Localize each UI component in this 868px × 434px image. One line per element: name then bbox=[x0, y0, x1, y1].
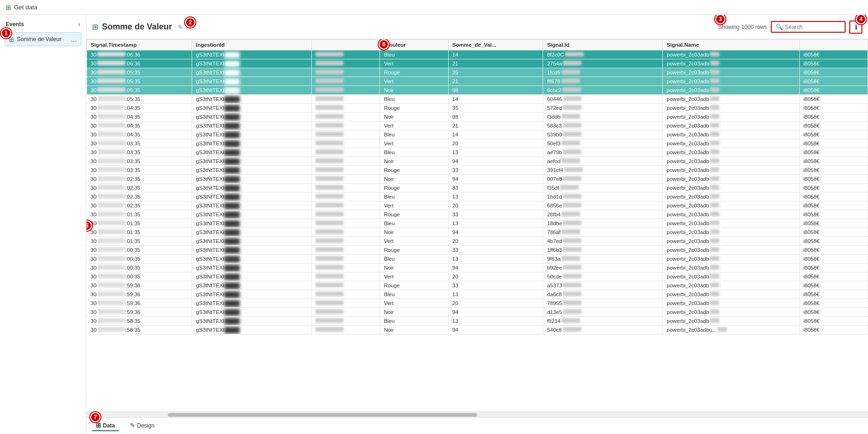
table-row: 30:59:36 gS3tNtTEXI████ Vert 20 78955 po… bbox=[87, 299, 868, 308]
cell-ingestion: gS3tNtTEXI████ bbox=[192, 130, 312, 139]
table-row: 30:04:35 gS3tNtTEXI████ Vert 21 583c3 po… bbox=[87, 121, 868, 130]
cell-last: i8058€ bbox=[799, 59, 868, 68]
col-signal-id[interactable]: Signal.Id bbox=[543, 40, 663, 50]
cell-signal-name: powerbi_2c03adb bbox=[663, 299, 799, 308]
cell-timestamp: 30:04:35 bbox=[87, 130, 192, 139]
sidebar-collapse-button[interactable]: ‹ bbox=[78, 21, 80, 28]
cell-couleur: Vert bbox=[380, 121, 448, 130]
annotation-badge-3: 3 bbox=[715, 15, 725, 24]
cell-signal-name: powerbi_2c03adb bbox=[663, 139, 799, 148]
annotation-badge-1: 1 bbox=[1, 28, 11, 38]
cell-blurred1 bbox=[312, 148, 380, 157]
cell-valeur: 98 bbox=[448, 113, 543, 121]
cell-ingestion: gS3tNtTEXI████ bbox=[192, 308, 312, 317]
cell-ingestion: gS3tNtTEXI████ bbox=[192, 68, 312, 77]
cell-couleur: Vert bbox=[380, 237, 448, 246]
table-row: 30:06:36 gS3tNtTEXI████ Bleu 14 8f2c0C p… bbox=[87, 50, 868, 59]
tab-design[interactable]: ✎ Design bbox=[126, 420, 158, 431]
sidebar-title: Events bbox=[6, 21, 24, 28]
search-input[interactable] bbox=[785, 24, 841, 30]
cell-couleur: Bleu bbox=[380, 290, 448, 299]
edit-title-button[interactable]: ✎ bbox=[178, 23, 183, 31]
cell-ingestion: gS3tNtTEXI████ bbox=[192, 317, 312, 326]
cell-last: i8058€ bbox=[799, 184, 868, 192]
cell-signal-name: powerbi_2c03adb bbox=[663, 237, 799, 246]
cell-signal-id: f9214 bbox=[543, 317, 663, 326]
cell-signal-name: powerbi_2c03adb bbox=[663, 95, 799, 104]
cell-timestamp: 30:03:35 bbox=[87, 148, 192, 157]
cell-ingestion: gS3tNtTEXI████ bbox=[192, 148, 312, 157]
cell-ingestion: gS3tNtTEXI████ bbox=[192, 263, 312, 272]
cell-ingestion: gS3tNtTEXI████ bbox=[192, 237, 312, 246]
cell-signal-id: 539b0 bbox=[543, 130, 663, 139]
cell-ingestion: gS3tNtTEXI████ bbox=[192, 246, 312, 255]
cell-ingestion: gS3tNtTEXI████ bbox=[192, 86, 312, 95]
cell-signal-name: powerbi_2c03adb bbox=[663, 121, 799, 130]
cell-valeur: 21 bbox=[448, 77, 543, 86]
annotation-badge-4: 4 bbox=[856, 15, 866, 24]
cell-ingestion: gS3tNtTEXI████ bbox=[192, 166, 312, 175]
cell-ingestion: gS3tNtTEXI████ bbox=[192, 299, 312, 308]
col-signal-timestamp[interactable]: Signal.Timestamp bbox=[87, 40, 192, 50]
cell-valeur: 94 bbox=[448, 157, 543, 166]
cell-signal-id: 9f63a bbox=[543, 255, 663, 263]
cell-signal-name: powerbi_2c03adb bbox=[663, 210, 799, 219]
cell-blurred1 bbox=[312, 272, 380, 281]
cell-last: i8058€ bbox=[799, 308, 868, 317]
cell-signal-name: powerbi_2c03adb bbox=[663, 246, 799, 255]
cell-signal-id: 1fcd5 bbox=[543, 68, 663, 77]
sidebar-item-menu-button[interactable]: … bbox=[71, 36, 77, 43]
cell-signal-name: powerbi_2c03adb bbox=[663, 148, 799, 157]
cell-timestamp: 30:02:35 bbox=[87, 184, 192, 192]
search-box[interactable]: 🔍 bbox=[771, 21, 846, 33]
col-couleur[interactable]: 6 Couleur bbox=[380, 40, 448, 50]
cell-timestamp: 30:00:35 bbox=[87, 263, 192, 272]
cell-couleur: Noir bbox=[380, 157, 448, 166]
cell-signal-name: powerbi_2c03adb bbox=[663, 192, 799, 201]
cell-ingestion: gS3tNtTEXI████ bbox=[192, 201, 312, 210]
cell-signal-name: powerbi_2c03adb bbox=[663, 68, 799, 77]
col-somme-val[interactable]: Somme_de_Val... bbox=[448, 40, 543, 50]
cell-signal-name: powerbi_2c03adb bbox=[663, 317, 799, 326]
cell-timestamp: 30:04:35 bbox=[87, 121, 192, 130]
cell-blurred1 bbox=[312, 130, 380, 139]
cell-blurred1 bbox=[312, 104, 380, 113]
cell-last: i8058€ bbox=[799, 121, 868, 130]
cell-couleur: Noir bbox=[380, 86, 448, 95]
cell-last: i8058€ bbox=[799, 113, 868, 121]
cell-signal-name: powerbi_2c03adb bbox=[663, 113, 799, 121]
cell-valeur: 14 bbox=[448, 50, 543, 59]
cell-couleur: Vert bbox=[380, 299, 448, 308]
cell-blurred1 bbox=[312, 139, 380, 148]
col-blurred-1[interactable] bbox=[312, 40, 380, 50]
cell-last: i8058€ bbox=[799, 299, 868, 308]
cell-blurred1 bbox=[312, 184, 380, 192]
cell-valeur: 21 bbox=[448, 59, 543, 68]
cell-couleur: Vert bbox=[380, 272, 448, 281]
col-signal-name[interactable]: Signal.Name bbox=[663, 40, 799, 50]
annotation-badge-7: 7 bbox=[90, 412, 100, 422]
cell-valeur: 13 bbox=[448, 255, 543, 263]
cell-last: i8058€ bbox=[799, 130, 868, 139]
cell-couleur: Noir bbox=[380, 113, 448, 121]
sidebar-item-somme-de-valeur[interactable]: ⊞ Somme de Valeur … bbox=[5, 32, 81, 46]
content-title: Somme de Valeur bbox=[102, 22, 172, 32]
cell-blurred1 bbox=[312, 317, 380, 326]
col-ingestion-id[interactable]: IngestionId bbox=[192, 40, 312, 50]
cell-couleur: Rouge bbox=[380, 184, 448, 192]
cell-valeur: 14 bbox=[448, 95, 543, 104]
cell-last: i8058€ bbox=[799, 157, 868, 166]
cell-couleur: Vert bbox=[380, 77, 448, 86]
cell-blurred1 bbox=[312, 166, 380, 175]
cell-blurred1 bbox=[312, 290, 380, 299]
cell-last: i8058€ bbox=[799, 246, 868, 255]
col-last[interactable] bbox=[799, 40, 868, 50]
table-container[interactable]: 5 Signal.Timestamp IngestionId 6 Coule bbox=[86, 39, 868, 412]
cell-blurred1 bbox=[312, 228, 380, 237]
cell-ingestion: gS3tNtTEXI████ bbox=[192, 50, 312, 59]
cell-signal-id: 391cf4 bbox=[543, 166, 663, 175]
content-table-icon: ⊞ bbox=[92, 22, 98, 31]
cell-timestamp: 30:59:36 bbox=[87, 299, 192, 308]
cell-blurred1 bbox=[312, 192, 380, 201]
cell-timestamp: 30:04:35 bbox=[87, 104, 192, 113]
